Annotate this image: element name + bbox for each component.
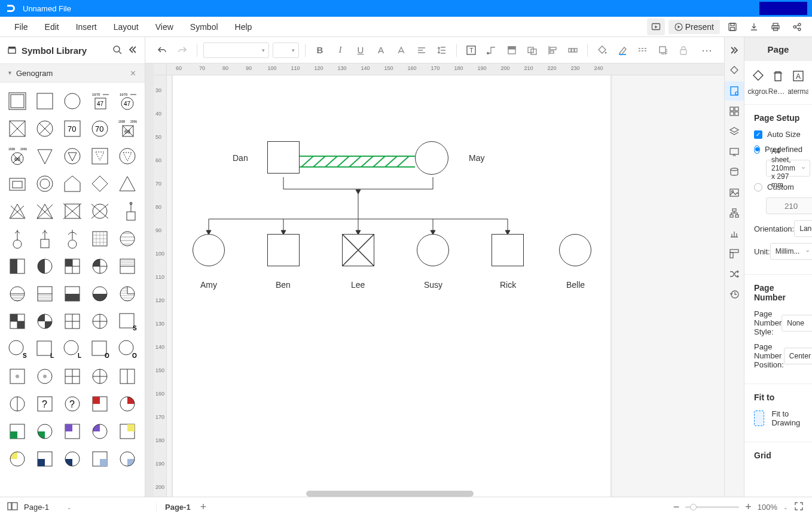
underline-button[interactable]: U bbox=[352, 42, 369, 59]
custom-width-input[interactable] bbox=[766, 197, 812, 214]
align-objects-button[interactable] bbox=[544, 42, 561, 59]
node-child-lee[interactable] bbox=[342, 234, 374, 266]
menu-file[interactable]: File bbox=[6, 22, 36, 32]
rail-image-icon[interactable] bbox=[725, 183, 744, 202]
canvas[interactable]: 6070809010011012013014015016017018019020… bbox=[145, 63, 724, 497]
paper-size-select[interactable]: A4 sheet, 210mm x 297 mm bbox=[766, 160, 810, 177]
symbol-pentagon[interactable] bbox=[59, 170, 86, 197]
menu-insert[interactable]: Insert bbox=[68, 22, 105, 32]
symbol-dates-deceased-circle[interactable]: 1938200668 bbox=[4, 142, 31, 170]
line-spacing-button[interactable] bbox=[434, 42, 450, 59]
fit-to-drawing-button[interactable]: Fit to Drawing bbox=[754, 409, 802, 427]
rail-shuffle-icon[interactable] bbox=[725, 264, 744, 284]
connector-button[interactable] bbox=[483, 42, 500, 59]
rail-data-icon[interactable] bbox=[725, 163, 744, 182]
rail-layers-icon[interactable] bbox=[725, 122, 744, 141]
symbol-half-dark-square-bottom[interactable] bbox=[59, 280, 86, 308]
symbol-year-circle[interactable]: 197047 bbox=[114, 87, 141, 115]
symbol-split-v-circle[interactable] bbox=[4, 390, 31, 418]
symbol-navy-corner-square[interactable] bbox=[31, 445, 59, 473]
highlight-button[interactable] bbox=[393, 42, 410, 59]
symbol-red-corner-circle[interactable] bbox=[114, 390, 141, 418]
save-icon[interactable] bbox=[724, 19, 741, 35]
node-child-ben[interactable] bbox=[267, 234, 300, 266]
node-child-amy[interactable] bbox=[193, 234, 225, 266]
pages-list-icon[interactable] bbox=[7, 502, 18, 512]
zoom-out-button[interactable]: − bbox=[673, 501, 680, 513]
symbol-dates-deceased-square[interactable]: 1938200668 bbox=[114, 115, 141, 142]
symbol-deceased-circle[interactable] bbox=[31, 115, 59, 142]
group-button[interactable] bbox=[524, 42, 541, 59]
symbol-deceased-square[interactable] bbox=[4, 115, 31, 142]
symbol-half-dark-circle[interactable] bbox=[31, 253, 59, 280]
bold-button[interactable]: B bbox=[312, 42, 328, 59]
symbol-half-hatch-square-bottom[interactable] bbox=[31, 280, 59, 308]
symbol-x-square-open[interactable] bbox=[59, 197, 86, 225]
symbol-split-circle[interactable] bbox=[86, 308, 114, 335]
redo-button[interactable] bbox=[174, 42, 191, 59]
rail-expand-icon[interactable] bbox=[725, 41, 744, 60]
watermark-button[interactable]: A Watermark bbox=[788, 69, 808, 96]
zoom-slider[interactable] bbox=[685, 506, 739, 508]
more-button[interactable]: ⋯ bbox=[699, 42, 716, 59]
undo-button[interactable] bbox=[154, 42, 170, 59]
symbol-half-hatched-square-h[interactable] bbox=[114, 253, 141, 280]
symbol-diamond[interactable] bbox=[86, 170, 114, 197]
symbol-split-v-square[interactable] bbox=[114, 363, 141, 390]
symbol-green-corner-square[interactable] bbox=[4, 418, 31, 445]
distribute-button[interactable] bbox=[564, 42, 581, 59]
font-color-button[interactable]: A bbox=[373, 42, 389, 59]
shadow-button[interactable] bbox=[655, 42, 671, 59]
symbol-hatched-square[interactable] bbox=[86, 225, 114, 253]
menu-help[interactable]: Help bbox=[227, 22, 261, 32]
symbol-half-dark-square[interactable] bbox=[4, 253, 31, 280]
symbol-circle-ring[interactable] bbox=[31, 170, 59, 197]
symbol-grid-square[interactable] bbox=[59, 363, 86, 390]
remove-background-button[interactable]: Remove B... bbox=[768, 69, 788, 96]
symbol-square-o[interactable]: O bbox=[86, 335, 114, 363]
download-icon[interactable] bbox=[745, 19, 763, 35]
node-father[interactable] bbox=[267, 141, 300, 174]
zoom-in-button[interactable]: + bbox=[745, 501, 752, 513]
background-button[interactable]: Background bbox=[748, 69, 768, 96]
symbol-half-dark-circle-bottom[interactable] bbox=[86, 280, 114, 308]
symbol-circle-dot[interactable] bbox=[31, 363, 59, 390]
menu-symbol[interactable]: Symbol bbox=[182, 22, 227, 32]
page-tab[interactable]: Page-1 bbox=[165, 503, 191, 512]
menu-edit[interactable]: Edit bbox=[36, 22, 68, 32]
stroke-color-button[interactable] bbox=[614, 42, 631, 59]
share-icon[interactable] bbox=[788, 19, 806, 35]
symbol-square-l[interactable]: L bbox=[31, 335, 59, 363]
symbol-pedigree-square[interactable] bbox=[114, 197, 141, 225]
symbol-triangle-down[interactable] bbox=[31, 142, 59, 170]
container-button[interactable] bbox=[503, 42, 520, 59]
symbol-square-small[interactable] bbox=[4, 170, 31, 197]
symbol-triangle-up[interactable] bbox=[114, 170, 141, 197]
symbol-age-square[interactable]: 70 bbox=[59, 115, 86, 142]
font-size-select[interactable]: ▾ bbox=[273, 42, 299, 58]
node-mother[interactable] bbox=[415, 141, 448, 175]
menu-view[interactable]: View bbox=[147, 22, 182, 32]
symbol-circle[interactable] bbox=[59, 87, 86, 115]
symbol-tree-split[interactable] bbox=[59, 225, 86, 253]
rail-presentation-icon[interactable] bbox=[725, 142, 744, 162]
symbol-yellow-corner-square[interactable] bbox=[114, 418, 141, 445]
print-icon[interactable] bbox=[767, 19, 784, 35]
symbol-green-corner-circle[interactable] bbox=[31, 418, 59, 445]
text-tool-button[interactable]: T bbox=[463, 42, 480, 59]
pn-style-select[interactable]: None bbox=[782, 315, 812, 332]
unit-select[interactable]: Millim... bbox=[770, 243, 812, 260]
page-select[interactable]: Page-1 ⌄ bbox=[24, 503, 72, 512]
symbol-half-hatch-circle-bottom[interactable] bbox=[4, 280, 31, 308]
menu-layout[interactable]: Layout bbox=[105, 22, 147, 32]
rail-ruler-icon[interactable] bbox=[725, 244, 744, 263]
fill-button[interactable] bbox=[594, 42, 610, 59]
rail-history-icon[interactable] bbox=[725, 285, 744, 304]
symbol-purple-corner-circle[interactable] bbox=[86, 418, 114, 445]
symbol-grid-circle[interactable] bbox=[86, 363, 114, 390]
vertical-scrollbar[interactable] bbox=[145, 63, 154, 497]
auto-size-checkbox[interactable]: ✓ Auto Size bbox=[754, 130, 802, 139]
present-button[interactable]: Present bbox=[668, 20, 720, 34]
symbol-3quarter-hatched-circle[interactable] bbox=[114, 280, 141, 308]
symbol-2quarter-dark-circle[interactable] bbox=[31, 308, 59, 335]
